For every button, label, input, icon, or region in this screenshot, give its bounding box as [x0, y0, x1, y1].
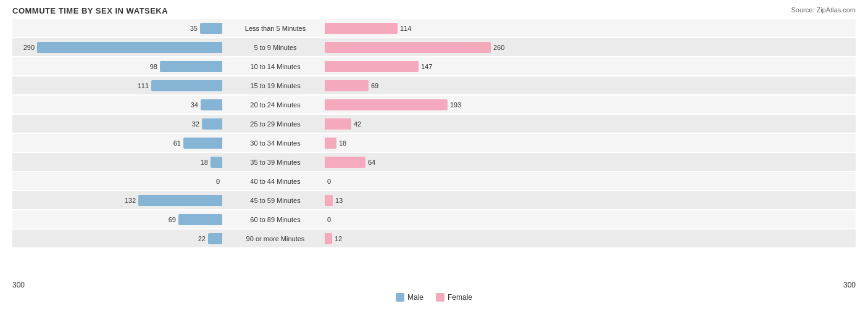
- left-section: 0: [12, 176, 226, 187]
- female-label: Female: [448, 293, 472, 302]
- right-section: 64: [325, 157, 538, 168]
- female-bar: [325, 118, 351, 130]
- male-value: 61: [166, 139, 181, 147]
- female-value: 147: [421, 63, 436, 70]
- row-label: 45 to 59 Minutes: [226, 197, 325, 204]
- female-value: 64: [368, 159, 383, 166]
- chart-row: 22 90 or more Minutes 12: [12, 229, 856, 247]
- right-section: 193: [325, 99, 538, 110]
- right-section: 13: [325, 195, 538, 206]
- male-value: 290: [20, 44, 35, 51]
- row-label: 20 to 24 Minutes: [226, 101, 325, 109]
- male-bar: [160, 61, 222, 72]
- male-bar: [183, 138, 222, 149]
- right-section: 18: [325, 138, 538, 149]
- male-value: 132: [121, 197, 136, 204]
- male-value: 22: [191, 235, 206, 242]
- male-bar: [151, 80, 222, 91]
- chart-container: COMMUTE TIME BY SEX IN WATSEKA Source: Z…: [0, 0, 868, 322]
- left-section: 18: [12, 157, 226, 168]
- female-value: 114: [400, 25, 415, 32]
- male-bar: [211, 157, 222, 168]
- male-value: 35: [183, 25, 198, 32]
- female-bar: [325, 195, 333, 206]
- female-bar: [325, 157, 365, 168]
- right-section: 147: [325, 61, 538, 72]
- male-value: 32: [185, 120, 199, 128]
- chart-row: 32 25 to 29 Minutes 42: [12, 115, 856, 133]
- female-value: 260: [493, 44, 508, 51]
- row-label: 30 to 34 Minutes: [226, 139, 325, 147]
- female-value: 12: [335, 235, 349, 242]
- female-value: 69: [371, 82, 386, 89]
- right-section: 42: [325, 118, 538, 130]
- right-section: 0: [325, 214, 538, 225]
- row-label: 40 to 44 Minutes: [226, 178, 325, 185]
- male-bar: [200, 23, 222, 34]
- male-swatch: [396, 293, 404, 302]
- left-section: 111: [12, 80, 226, 91]
- male-label: Male: [407, 293, 424, 302]
- right-section: 12: [325, 233, 538, 244]
- row-label: 25 to 29 Minutes: [226, 120, 325, 128]
- legend: Male Female: [12, 293, 856, 302]
- right-section: 0: [325, 176, 538, 187]
- female-bar: [325, 61, 419, 72]
- left-section: 34: [12, 99, 226, 110]
- left-section: 22: [12, 233, 226, 244]
- male-bar: [202, 118, 222, 130]
- female-bar: [325, 23, 398, 34]
- left-section: 69: [12, 214, 226, 225]
- axis-labels: 300 300: [12, 281, 856, 289]
- row-label: 35 to 39 Minutes: [226, 159, 325, 166]
- left-section: 98: [12, 61, 226, 72]
- left-section: 290: [12, 42, 226, 53]
- female-swatch: [436, 293, 444, 302]
- axis-right: 300: [843, 281, 856, 289]
- female-value: 13: [335, 197, 350, 204]
- male-value: 111: [134, 82, 149, 89]
- chart-row: 34 20 to 24 Minutes 193: [12, 96, 856, 114]
- chart-row: 98 10 to 14 Minutes 147: [12, 57, 856, 75]
- chart-row: 61 30 to 34 Minutes 18: [12, 134, 856, 152]
- row-label: 10 to 14 Minutes: [226, 63, 325, 70]
- female-bar: [325, 99, 448, 110]
- chart-title: COMMUTE TIME BY SEX IN WATSEKA: [12, 6, 856, 15]
- chart-row: 69 60 to 89 Minutes 0: [12, 210, 856, 228]
- row-label: 15 to 19 Minutes: [226, 82, 325, 89]
- female-bar: [325, 138, 336, 149]
- row-label: 5 to 9 Minutes: [226, 44, 325, 51]
- male-value: 98: [143, 63, 157, 70]
- legend-female: Female: [436, 293, 472, 302]
- right-section: 114: [325, 23, 538, 34]
- female-value: 18: [339, 139, 354, 147]
- male-bar: [178, 214, 222, 225]
- row-label: 60 to 89 Minutes: [226, 216, 325, 223]
- female-bar: [325, 233, 332, 244]
- male-bar: [37, 42, 222, 53]
- left-section: 61: [12, 138, 226, 149]
- chart-row: 35 Less than 5 Minutes 114: [12, 19, 856, 37]
- male-value: 34: [183, 101, 198, 109]
- left-section: 35: [12, 23, 226, 34]
- male-value: 18: [193, 159, 208, 166]
- female-bar: [325, 80, 369, 91]
- chart-row: 18 35 to 39 Minutes 64: [12, 153, 856, 171]
- female-bar: [325, 42, 491, 53]
- chart-area: 35 Less than 5 Minutes 114 290 5 to 9 Mi…: [12, 19, 856, 278]
- chart-row: 111 15 to 19 Minutes 69: [12, 76, 856, 94]
- chart-row: 132 45 to 59 Minutes 13: [12, 191, 856, 209]
- chart-row: 290 5 to 9 Minutes 260: [12, 38, 856, 56]
- source-label: Source: ZipAtlas.com: [791, 6, 856, 14]
- right-section: 260: [325, 42, 538, 53]
- male-bar: [138, 195, 222, 206]
- female-value: 42: [354, 120, 369, 128]
- left-section: 32: [12, 118, 226, 130]
- left-section: 132: [12, 195, 226, 206]
- male-value: 0: [205, 178, 220, 185]
- axis-left: 300: [12, 281, 25, 289]
- female-value: 193: [450, 101, 465, 109]
- row-label: Less than 5 Minutes: [226, 25, 325, 32]
- male-value: 69: [161, 216, 176, 223]
- female-value: 0: [327, 178, 342, 185]
